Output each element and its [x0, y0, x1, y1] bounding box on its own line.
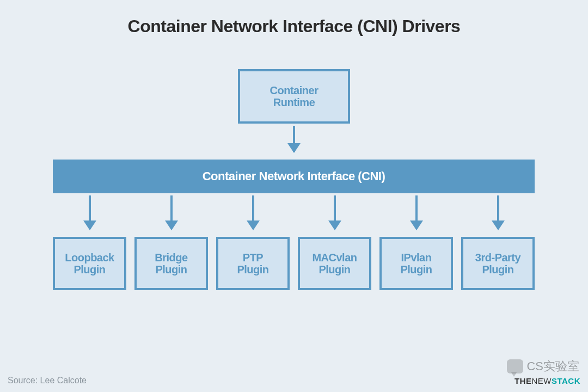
cni-interface-box: Container Network Interface (CNI) — [53, 160, 535, 193]
runtime-line2: Runtime — [273, 96, 315, 108]
plugin-line1: PTP — [243, 252, 263, 264]
plugin-box: LoopbackPlugin — [53, 237, 126, 290]
watermark: CS实验室 — [507, 358, 579, 375]
source-credit: Source: Lee Calcote — [8, 376, 87, 385]
brand-part1: THE — [514, 376, 532, 385]
plugin-box: MACvlanPlugin — [298, 237, 371, 290]
plugin-line2: Plugin — [74, 264, 105, 275]
arrow-interface-to-plugin — [334, 195, 336, 229]
plugin-line2: Plugin — [318, 264, 350, 275]
wechat-icon — [507, 359, 523, 373]
diagram-title: Container Network Interface (CNI) Driver… — [0, 0, 588, 47]
brand-part2: NEW — [531, 376, 552, 385]
arrow-interface-to-plugin — [415, 195, 418, 229]
plugin-line1: 3rd-Party — [475, 252, 520, 264]
plugin-box: PTPPlugin — [216, 237, 290, 290]
plugin-line1: Bridge — [155, 252, 187, 264]
brand-part3: STACK — [552, 376, 580, 385]
plugin-box: IPvlanPlugin — [379, 237, 453, 290]
arrow-interface-to-plugin — [89, 195, 91, 229]
plugin-line1: IPvlan — [401, 252, 432, 264]
diagram-canvas: Container Runtime Container Network Inte… — [0, 47, 588, 352]
runtime-line1: Container — [270, 84, 318, 96]
plugin-line2: Plugin — [482, 264, 513, 275]
plugin-line2: Plugin — [400, 264, 432, 275]
arrow-interface-to-plugin — [252, 195, 254, 229]
arrow-interface-to-plugin — [497, 195, 499, 229]
plugin-box: BridgePlugin — [134, 237, 208, 290]
plugin-line2: Plugin — [155, 264, 187, 275]
watermark-text: CS实验室 — [526, 358, 579, 375]
plugin-box: 3rd-PartyPlugin — [461, 237, 535, 290]
plugin-line1: Loopback — [65, 252, 114, 264]
arrow-runtime-to-interface — [293, 126, 295, 152]
plugin-line2: Plugin — [237, 264, 268, 275]
plugin-line1: MACvlan — [312, 252, 357, 264]
interface-label: Container Network Interface (CNI) — [203, 170, 385, 183]
container-runtime-box: Container Runtime — [238, 69, 350, 124]
brand-logo: THENEWSTACK — [514, 376, 580, 385]
arrow-interface-to-plugin — [170, 195, 173, 229]
